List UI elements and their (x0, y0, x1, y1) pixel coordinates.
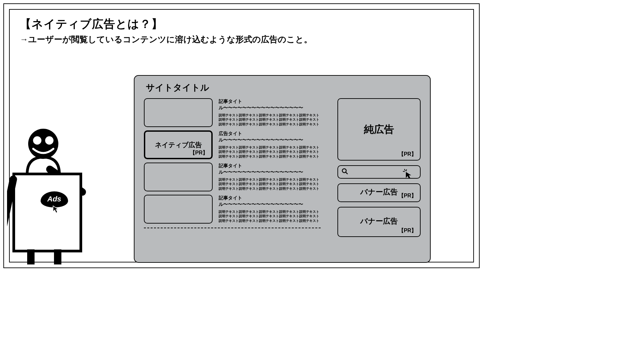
display-ad: 純広告 【PR】 (337, 98, 421, 161)
site-title: サイトタイトル (146, 82, 421, 94)
article-title: 記事タイトル〜〜〜〜〜〜〜〜〜〜〜〜〜〜〜〜〜 (219, 98, 321, 111)
pr-badge: 【PR】 (398, 151, 417, 158)
feed-item-native-ad: ネイティブ広告 【PR】 広告タイトル〜〜〜〜〜〜〜〜〜〜〜〜〜〜〜〜〜 説明テ… (144, 130, 321, 159)
banner-ad: バナー広告 【PR】 (337, 183, 421, 202)
native-ad-label: ネイティブ広告 (155, 140, 202, 149)
article-desc: 説明テキスト説明テキスト説明テキスト説明テキスト説明テキスト説明テキスト説明テキ… (219, 209, 321, 223)
outer-frame: 【ネイティブ広告とは？】 →ユーザーが閲覧しているコンテンツに溶け込むような形式… (3, 3, 480, 268)
article-thumbnail (144, 163, 213, 191)
pr-badge: 【PR】 (398, 192, 417, 199)
svg-line-2 (405, 169, 405, 171)
feed-item: 記事タイトル〜〜〜〜〜〜〜〜〜〜〜〜〜〜〜〜〜 説明テキスト説明テキスト説明テキ… (144, 195, 321, 224)
pr-badge: 【PR】 (398, 227, 417, 234)
inner-frame: 【ネイティブ広告とは？】 →ユーザーが閲覧しているコンテンツに溶け込むような形式… (9, 9, 474, 262)
article-feed: 記事タイトル〜〜〜〜〜〜〜〜〜〜〜〜〜〜〜〜〜 説明テキスト説明テキスト説明テキ… (144, 98, 321, 237)
mascot-illustration: Ads (7, 124, 111, 264)
article-title: 記事タイトル〜〜〜〜〜〜〜〜〜〜〜〜〜〜〜〜〜 (219, 163, 321, 175)
svg-line-3 (403, 171, 405, 172)
article-thumbnail (144, 195, 213, 224)
article-thumbnail (144, 98, 213, 127)
ads-badge: Ads (41, 191, 68, 207)
svg-rect-12 (14, 174, 81, 251)
feed-item: 記事タイトル〜〜〜〜〜〜〜〜〜〜〜〜〜〜〜〜〜 説明テキスト説明テキスト説明テキ… (144, 98, 321, 127)
native-ad-thumbnail: ネイティブ広告 【PR】 (144, 130, 213, 159)
search-box[interactable] (337, 165, 421, 179)
banner-ad: バナー広告 【PR】 (337, 207, 421, 237)
search-icon (341, 168, 348, 176)
article-desc: 説明テキスト説明テキスト説明テキスト説明テキスト説明テキスト説明テキスト説明テキ… (219, 177, 321, 191)
pr-badge: 【PR】 (190, 149, 208, 157)
svg-line-1 (345, 172, 347, 174)
page-subtitle: →ユーザーが閲覧しているコンテンツに溶け込むような形式の広告のこと。 (20, 34, 463, 45)
article-title: 記事タイトル〜〜〜〜〜〜〜〜〜〜〜〜〜〜〜〜〜 (219, 195, 321, 207)
svg-rect-14 (27, 249, 35, 264)
ads-badge-label: Ads (47, 195, 61, 203)
svg-line-4 (406, 170, 407, 171)
ad-desc: 説明テキスト説明テキスト説明テキスト説明テキスト説明テキスト説明テキスト説明テキ… (219, 145, 321, 159)
banner-ad-label: バナー広告 (360, 187, 398, 197)
feed-divider (144, 228, 321, 228)
display-ad-label: 純広告 (364, 123, 394, 136)
article-desc: 説明テキスト説明テキスト説明テキスト説明テキスト説明テキスト説明テキスト説明テキ… (219, 113, 321, 127)
mock-website: サイトタイトル 記事タイトル〜〜〜〜〜〜〜〜〜〜〜〜〜〜〜〜〜 説明テキスト説明… (134, 75, 431, 263)
svg-point-0 (342, 169, 346, 173)
feed-item: 記事タイトル〜〜〜〜〜〜〜〜〜〜〜〜〜〜〜〜〜 説明テキスト説明テキスト説明テキ… (144, 163, 321, 191)
banner-ad-label: バナー広告 (360, 216, 398, 226)
svg-rect-11 (42, 139, 44, 141)
site-sidebar: 純広告 【PR】 (337, 98, 421, 237)
ad-title: 広告タイトル〜〜〜〜〜〜〜〜〜〜〜〜〜〜〜〜〜 (219, 130, 321, 143)
svg-rect-15 (54, 249, 61, 264)
page-title: 【ネイティブ広告とは？】 (20, 16, 463, 32)
cursor-icon (402, 169, 413, 181)
